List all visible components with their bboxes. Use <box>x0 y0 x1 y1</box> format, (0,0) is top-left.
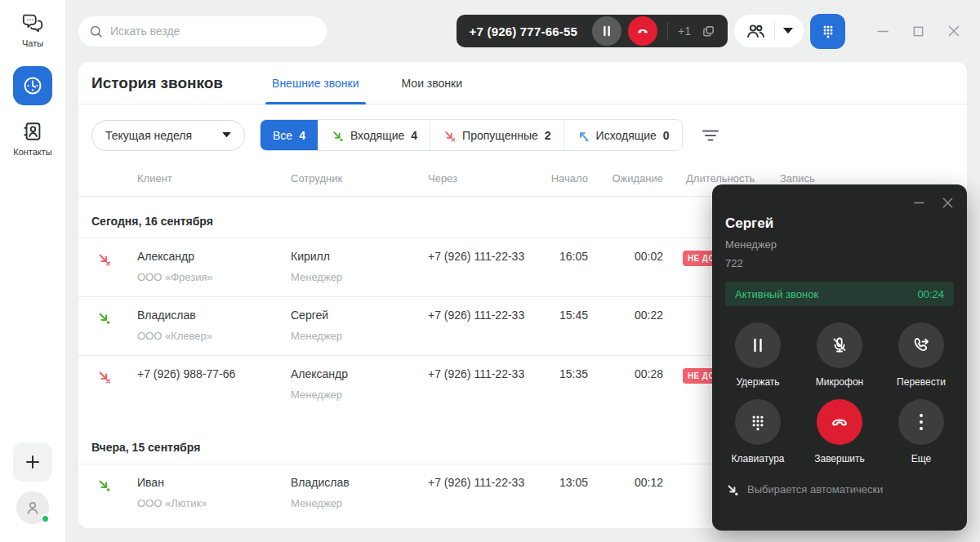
action-label: Завершить <box>814 453 865 464</box>
dialpad-icon <box>735 399 781 445</box>
employee-name: Сергей <box>291 309 428 322</box>
via-number: +7 (926) 111-22-33 <box>428 367 547 381</box>
keyboard-button[interactable]: Клавиатура <box>717 399 799 464</box>
via-number: +7 (926) 111-22-33 <box>428 476 547 490</box>
col-header: Начало <box>547 172 588 184</box>
transfer-button[interactable]: Перевести <box>880 322 962 388</box>
incoming-call-icon <box>96 478 137 492</box>
employee-role: Менеджер <box>291 497 428 509</box>
page-title: История звонков <box>91 74 223 92</box>
tabs: Внешние звонки Мои звонки <box>269 62 466 104</box>
advanced-filter-icon[interactable] <box>699 126 722 145</box>
phone-forward-icon <box>898 322 944 368</box>
caller-name: Сергей <box>725 215 954 232</box>
more-vertical-icon <box>898 399 944 445</box>
filter-all[interactable]: Все 4 <box>261 120 318 150</box>
wait-time: 00:22 <box>588 309 663 322</box>
incoming-call-icon <box>331 129 344 142</box>
end-call-button[interactable]: Завершить <box>799 399 880 464</box>
outgoing-call-icon <box>577 129 590 142</box>
sidebar-item-chats[interactable]: Чаты <box>20 11 45 48</box>
window-controls <box>875 23 962 39</box>
user-avatar[interactable] <box>16 491 49 524</box>
window-close-icon[interactable] <box>946 23 962 39</box>
action-label: Удержать <box>736 376 779 388</box>
employee-role: Менеджер <box>291 271 428 283</box>
col-header: Сотрудник <box>291 172 428 184</box>
filter-missed[interactable]: Пропущенные 2 <box>430 120 563 150</box>
topbar: +7 (926) 777-66-55 +1 <box>65 0 980 62</box>
employees-dropdown[interactable] <box>734 15 804 47</box>
wait-time: 00:28 <box>588 367 663 381</box>
sidebar-item-contacts[interactable]: Контакты <box>13 120 52 157</box>
hold-call-button[interactable] <box>592 16 621 46</box>
call-number: +7 (926) 777-66-55 <box>470 24 577 38</box>
filter-label: Исходящие <box>596 129 657 142</box>
incoming-line-icon <box>725 482 739 496</box>
filter-incoming[interactable]: Входящие 4 <box>318 120 430 150</box>
search-icon <box>88 24 104 39</box>
detach-window-icon[interactable] <box>699 22 718 41</box>
popup-close-icon[interactable] <box>940 195 956 211</box>
window-maximize-icon[interactable] <box>911 24 926 39</box>
employee-name: Кирилл <box>291 250 428 264</box>
tab-external-calls[interactable]: Внешние звонки <box>269 62 362 104</box>
action-label: Клавиатура <box>732 453 785 464</box>
client-name: Иван <box>137 476 291 490</box>
filter-label: Входящие <box>350 129 404 142</box>
window-minimize-icon[interactable] <box>875 23 891 39</box>
hangup-call-button[interactable] <box>628 16 657 46</box>
global-search <box>78 16 327 47</box>
employee-name: Владислав <box>291 476 428 490</box>
period-select[interactable]: Текущая неделя <box>91 120 245 151</box>
sidebar: Чаты Контакты <box>0 0 65 542</box>
card-header: История звонков Внешние звонки Мои звонк… <box>78 62 967 104</box>
via-number: +7 (926) 111-22-33 <box>428 309 547 322</box>
client-name: Александр <box>137 250 291 264</box>
line-selector[interactable]: Выбирается автоматически <box>725 482 954 496</box>
line-selector-label: Выбирается автоматически <box>747 483 883 495</box>
add-button[interactable] <box>13 442 52 482</box>
missed-call-icon <box>443 129 456 142</box>
start-time: 15:45 <box>547 309 588 322</box>
employee-role: Менеджер <box>291 389 428 401</box>
active-call-status: Активный звонок 00:24 <box>725 282 954 306</box>
via-number: +7 (926) 111-22-33 <box>428 250 547 264</box>
call-timer: 00:24 <box>917 288 944 300</box>
missed-call-icon <box>96 251 137 266</box>
sidebar-item-label: Контакты <box>13 147 52 157</box>
col-header: Длительность <box>663 172 780 184</box>
hold-button[interactable]: Удержать <box>717 322 799 388</box>
call-bar-divider <box>667 22 668 40</box>
caller-role: Менеджер <box>725 238 954 251</box>
col-header: Клиент <box>137 172 291 184</box>
call-history-clock-icon <box>21 74 44 97</box>
client-name: Владислав <box>137 309 291 322</box>
action-label: Микрофон <box>816 376 863 388</box>
more-button[interactable]: Еще <box>880 399 962 464</box>
dialpad-button[interactable] <box>810 14 845 49</box>
search-input[interactable] <box>110 24 317 38</box>
tab-my-calls[interactable]: Мои звонки <box>399 62 466 104</box>
microphone-button[interactable]: Микрофон <box>799 322 880 388</box>
filter-outgoing[interactable]: Исходящие 0 <box>564 120 682 150</box>
wait-time: 00:12 <box>588 476 663 490</box>
popup-minimize-icon[interactable] <box>911 195 927 211</box>
employee-role: Менеджер <box>291 330 428 342</box>
filter-count: 4 <box>411 129 417 142</box>
chat-icon <box>20 11 45 34</box>
filter-count: 0 <box>663 129 670 142</box>
client-company: ООО «Лютик» <box>137 497 291 509</box>
filter-label: Пропущенные <box>462 129 538 142</box>
active-call-popup: Сергей Менеджер 722 Активный звонок 00:2… <box>712 184 967 531</box>
mic-off-icon <box>817 322 862 368</box>
action-label: Перевести <box>897 376 946 388</box>
period-select-value: Текущая неделя <box>105 129 192 142</box>
sidebar-item-call-history[interactable] <box>13 66 52 105</box>
sidebar-item-label: Чаты <box>22 38 43 48</box>
action-label: Еще <box>911 453 931 464</box>
pause-icon <box>735 322 781 368</box>
filter-count: 4 <box>299 129 305 142</box>
call-actions: Удержать Микрофон Перевести <box>717 322 962 464</box>
active-call-bar: +7 (926) 777-66-55 +1 <box>457 15 728 47</box>
